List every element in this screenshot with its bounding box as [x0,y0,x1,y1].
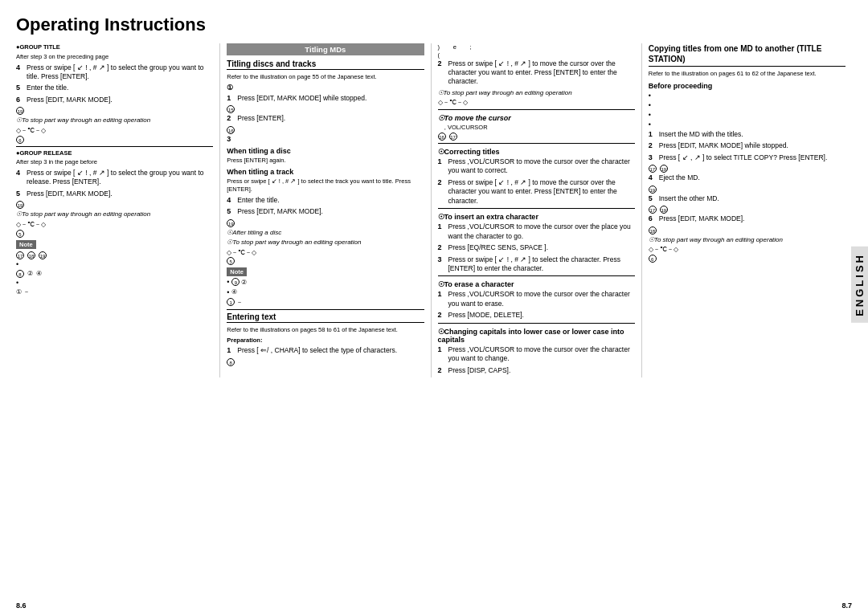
page-num-right: 8.7 [841,602,852,610]
step-1-insert: 1 Press ,VOL/CURSOR to move the cursor o… [438,222,635,241]
refer-text: Refer to the illustration on page 55 of … [227,73,424,81]
correcting-titles: ☉Correcting titles [438,148,635,156]
when-track-title: When titling a track [227,168,424,176]
col4-step-6: 6 Press [EDIT, MARK MODE]. [649,214,845,223]
col4-circle17b-19c: 17 19 [649,206,845,214]
column-2: Titling MDs Titling discs and tracks Ref… [220,43,431,377]
step-2-erase: 2 Press [MODE, DELETE]. [438,311,635,320]
divider [16,146,213,147]
page-num-left: 8.6 [16,602,27,610]
divider-col2 [227,309,424,310]
stop-icons-1: ◇－℃－◇ [16,127,213,135]
column-1: ●GROUP TITLE After step 3 on the precedi… [16,43,220,377]
step-5-titling: 5 Press [EDIT, MARK MODE]. [227,207,424,216]
circle16-row: 16 [227,126,424,134]
step-5: 5 Enter the title. [16,84,213,92]
divider-col3a [438,109,635,110]
circle15-row: 15 [227,105,424,113]
stop-line-col2: ☉To stop part way through an editing ope… [227,239,424,247]
col4-bullet3: • [649,111,845,119]
col4-step-5: 5 Insert the other MD. [649,194,845,203]
page-title: Operating Instructions [16,14,852,35]
circle8b-row: 8 [227,358,424,366]
step-1-caps: 1 Press ,VOL/CURSOR to move the cursor o… [438,345,635,364]
col4-circle17-19: 17 19 [649,165,845,173]
divider-col3d [438,275,635,276]
step-1-erase: 1 Press ,VOL/CURSOR to move the cursor o… [438,290,635,308]
circle-19b-row: 19 [16,201,213,209]
stop-line-2: ☉To stop part way through an editing ope… [16,210,213,218]
col4-refer: Refer to the illustration on pages 61 to… [649,70,845,78]
english-sidebar: ENGLISH [851,247,868,323]
divider-col3e [438,323,635,324]
step-2-caps: 2 Press [DISP, CAPS]. [438,366,635,375]
press-enter-again: Press [ENTER] again. [227,157,424,165]
page: Operating Instructions ●GROUP TITLE Afte… [0,0,868,616]
after-titling: ☉After titling a disc [227,229,424,237]
circle5-col2: 5 [227,257,424,265]
note-bullet2: • ④ [227,288,424,296]
step-2-insert: 2 Press [EQ/REC SENS, SPACE ]. [438,243,635,252]
move-cursor-title: ☉To move the cursor [438,114,635,122]
vol-cursor: , VOL/CURSOR [438,124,635,132]
col4-circle18: 18 [649,226,845,235]
when-disc-title: When titling a disc [227,147,424,155]
entering-desc: Refer to the illustrations on pages 58 t… [227,326,424,334]
col4-circle19b: 19 [649,186,845,194]
step-6: 6 Press [EDIT, MARK MODE]. [16,96,213,104]
note-col2: Note [227,267,247,276]
column-3: ) e ; ( 2 Press or swipe [ ↙ ! , # ↗ ] t… [432,43,642,377]
group-release-label: ●GROUP RELEASE [16,149,213,157]
stop-line-1: ☉To stop part way through an editing ope… [16,116,213,124]
col4-circle6: 6 [649,255,845,263]
circles-row: 17 18 19 [16,251,213,259]
col4-step-1: 1 Insert the MD with the titles. [649,130,845,139]
step-4b: 4 Press or swipe [ ↙ ! , # ↗ ] to select… [16,169,213,187]
step-5b: 5 Press [EDIT, MARK MODE]. [16,190,213,198]
step-1-corr: 1 Press ,VOL/CURSOR to move the cursor o… [438,157,635,176]
circle19-titling: 19 [227,219,424,227]
step-2-corr: 2 Press or swipe [ ↙ ! , # ↗ ] to move t… [438,178,635,206]
paren-header: ) e ; [438,43,635,51]
subsection-titling: Titling discs and tracks [227,59,424,70]
col4-stop-icons: ◇－℃－◇ [649,246,845,254]
section-header: Titling MDs [227,43,424,55]
circle-19-row: 19 [16,107,213,115]
changing-caps-title: ☉Changing capitals into lower case or lo… [438,328,635,344]
when-track-desc: Press or swipe [ ↙ ! , # ↗ ] to select t… [227,177,424,194]
group-title-label: ●GROUP TITLE [16,43,213,51]
divider-col3b [438,143,635,144]
bullet-row2: • [16,279,213,287]
note-bullet1: • 9 ② [227,278,424,287]
stop-icons-col2: ◇－℃－◇ [227,249,424,257]
bottom-icons-row: 8 ② ④ [16,270,213,278]
erase-char-title: ☉To erase a character [438,280,635,288]
circle-16-17-row: 16 17 [438,133,635,141]
step-1-titling: ① [227,84,424,92]
col4-stop-line: ☉To stop part way through an editing ope… [649,236,845,244]
divider-col3c [438,208,635,209]
insert-extra-title: ☉To insert an extra character [438,213,635,221]
column-4: Copying titles from one MD to another (T… [642,43,852,377]
col4-bullet2: • [649,101,845,109]
step-4-titling: 4 Enter the title. [227,196,424,205]
col4-step-3: 3 Press [ ↙ , ↗ ] to select TITLE COPY? … [649,153,845,162]
copying-title: Copying titles from one MD to another (T… [649,43,845,67]
group-release-desc: After step 3 in the page before [16,158,213,166]
step-2-titling: 2 Press [ENTER]. [227,114,424,123]
preparation: Preparation: [227,337,424,345]
col4-bullet4: • [649,120,845,129]
before-proceeding: Before proceeding [649,82,845,90]
stop-icons-2: ◇－℃－◇ [16,221,213,229]
step-1-edit: 1 Press [EDIT, MARK MODE] while stopped. [227,94,424,103]
circle-5-row: 5 [16,230,213,238]
bullet-row: • [16,260,213,268]
step-4: 4 Press or swipe [ ↙ ! , # ↗ ] to select… [16,63,213,82]
bottom-icons-row2: ① － [16,288,213,296]
entering-text-title: Entering text [227,312,424,323]
col4-step-2: 2 Press [EDIT, MARK MODE] while stopped. [649,141,845,150]
note-box: Note [16,240,36,249]
stop-line-col3: ☉To stop part way through an editing ope… [438,89,635,97]
step-1-enter: 1 Press [ ⇐/ , CHARA] to select the type… [227,346,424,355]
col4-step-4: 4 Eject the MD. [649,173,845,182]
